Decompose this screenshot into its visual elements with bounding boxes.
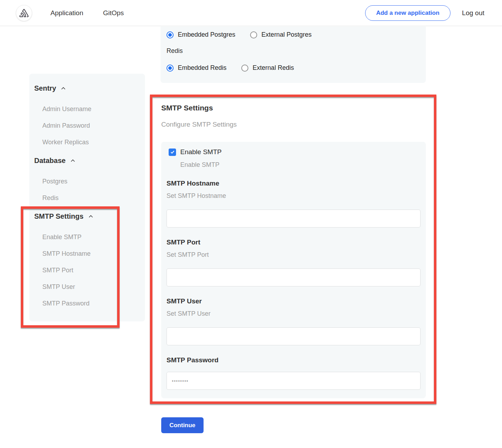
nav-gitops[interactable]: GitOps: [103, 9, 124, 17]
page: Application GitOps Add a new application…: [0, 0, 502, 448]
smtp-form-panel: Enable SMTP Enable SMTP SMTP Hostname Se…: [161, 142, 426, 398]
radio-label: External Postgres: [261, 31, 312, 38]
chevron-up-icon: [88, 213, 94, 219]
smtp-hostname-input[interactable]: [167, 210, 421, 228]
radio-option-external-redis[interactable]: External Redis: [241, 64, 294, 72]
enable-smtp-checkbox[interactable]: [169, 149, 176, 156]
smtp-password-label: SMTP Password: [167, 356, 426, 364]
smtp-user-input[interactable]: [167, 327, 421, 345]
header-right: Add a new application Log out: [365, 5, 502, 21]
add-application-button[interactable]: Add a new application: [365, 5, 450, 21]
sidebar-item-smtp-port[interactable]: SMTP Port: [42, 262, 145, 279]
sidebar-group-title: SMTP Settings: [34, 212, 84, 220]
radio-option-embedded-postgres[interactable]: Embedded Postgres: [167, 31, 235, 38]
sidebar-item-smtp-hostname[interactable]: SMTP Hostname: [42, 246, 145, 262]
sidebar-item-postgres[interactable]: Postgres: [42, 173, 145, 190]
smtp-port-label: SMTP Port: [167, 238, 426, 246]
radio-embedded-postgres[interactable]: [167, 31, 174, 38]
smtp-hostname-help: Set SMTP Hostname: [167, 192, 426, 200]
database-options-panel: Embedded Postgres External Postgres Redi…: [161, 26, 426, 83]
smtp-section-subtitle: Configure SMTP Settings: [161, 121, 434, 128]
app-header: Application GitOps Add a new application…: [0, 0, 502, 26]
sidebar-item-redis[interactable]: Redis: [42, 190, 145, 206]
radio-option-external-postgres[interactable]: External Postgres: [250, 31, 312, 38]
smtp-port-help: Set SMTP Port: [167, 251, 426, 259]
radio-label: External Redis: [253, 64, 294, 72]
smtp-user-label: SMTP User: [167, 297, 426, 305]
sidebar-item-smtp-user[interactable]: SMTP User: [42, 279, 145, 295]
sidebar-group-sentry[interactable]: Sentry: [34, 84, 145, 92]
sentry-logo-icon: [19, 9, 29, 17]
enable-smtp-row[interactable]: Enable SMTP: [169, 148, 426, 156]
sidebar-item-admin-username[interactable]: Admin Username: [42, 101, 145, 117]
radio-option-embedded-redis[interactable]: Embedded Redis: [167, 64, 226, 72]
radio-external-redis[interactable]: [241, 65, 248, 72]
sidebar-group-database[interactable]: Database: [34, 157, 145, 165]
sidebar-group-smtp-settings[interactable]: SMTP Settings: [34, 212, 145, 220]
smtp-section-title: SMTP Settings: [161, 104, 434, 112]
redis-group-label: Redis: [167, 47, 426, 55]
config-sidebar: Sentry Admin Username Admin Password Wor…: [29, 74, 145, 321]
enable-smtp-label: Enable SMTP: [180, 148, 222, 156]
logout-link[interactable]: Log out: [462, 9, 484, 17]
enable-smtp-help: Enable SMTP: [180, 161, 426, 169]
chevron-up-icon: [70, 158, 76, 164]
smtp-settings-section: SMTP Settings Configure SMTP Settings En…: [152, 97, 434, 401]
sidebar-item-admin-password[interactable]: Admin Password: [42, 117, 145, 134]
postgres-radio-row: Embedded Postgres External Postgres: [167, 31, 426, 38]
sidebar-item-worker-replicas[interactable]: Worker Replicas: [42, 134, 145, 151]
radio-embedded-redis[interactable]: [167, 65, 174, 72]
radio-label: Embedded Postgres: [178, 31, 235, 38]
smtp-port-input[interactable]: [167, 268, 421, 286]
chevron-up-icon: [60, 85, 66, 91]
sentry-logo[interactable]: [16, 5, 32, 21]
smtp-hostname-label: SMTP Hostname: [167, 180, 426, 187]
nav-application[interactable]: Application: [50, 9, 83, 17]
sidebar-group-title: Sentry: [34, 84, 56, 92]
sidebar-group-title: Database: [34, 157, 66, 165]
continue-button[interactable]: Continue: [161, 417, 204, 433]
redis-radio-row: Embedded Redis External Redis: [167, 64, 426, 72]
sidebar-item-smtp-password[interactable]: SMTP Password: [42, 295, 145, 312]
smtp-user-help: Set SMTP User: [167, 310, 426, 317]
smtp-password-input[interactable]: [167, 372, 421, 390]
radio-external-postgres[interactable]: [250, 31, 257, 38]
sidebar-item-enable-smtp[interactable]: Enable SMTP: [42, 229, 145, 246]
checkmark-icon: [170, 150, 175, 155]
radio-label: Embedded Redis: [178, 64, 226, 72]
